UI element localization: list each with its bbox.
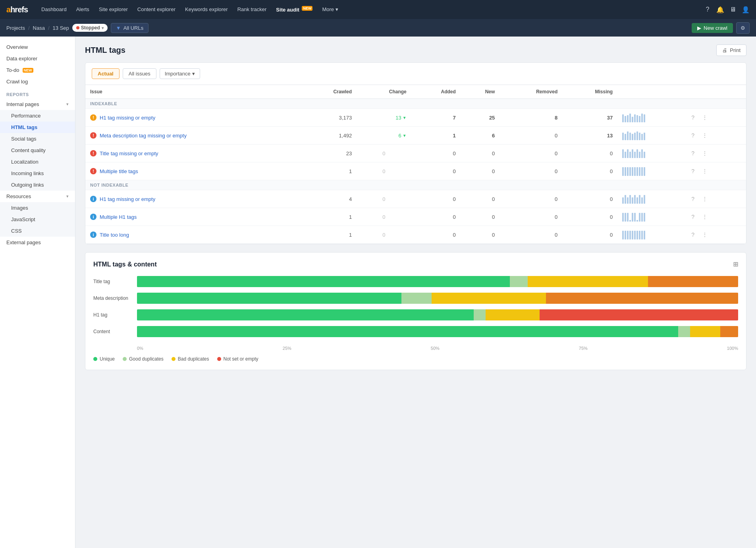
table-row: ! Multiple title tags 1 0 0 0 0 0 ? ⋮	[85, 162, 746, 180]
sidebar-item-outgoing-links[interactable]: Outgoing links	[0, 179, 75, 191]
more-icon[interactable]: ⋮	[700, 194, 710, 204]
help-icon[interactable]: ?	[688, 166, 698, 176]
sidebar-item-performance[interactable]: Performance	[0, 110, 75, 122]
mini-bar	[632, 167, 633, 176]
nav-site-explorer[interactable]: Site explorer	[95, 4, 132, 15]
breadcrumb-projects[interactable]: Projects	[6, 25, 25, 31]
mini-bar	[627, 231, 629, 239]
mini-bar	[634, 133, 636, 140]
help-icon[interactable]: ?	[688, 113, 698, 122]
nav-alerts[interactable]: Alerts	[72, 4, 93, 15]
mini-bar	[636, 115, 638, 122]
help-icon[interactable]: ?	[688, 230, 698, 239]
sidebar-item-label: Performance	[11, 113, 40, 119]
chevron-icon: ▾	[66, 102, 69, 107]
importance-dropdown[interactable]: Importance ▾	[160, 68, 200, 79]
bar-segment	[546, 293, 738, 304]
new-crawl-button[interactable]: ▶ New crawl	[692, 23, 733, 33]
nav-site-audit[interactable]: Site audit NEW	[272, 4, 316, 15]
help-icon[interactable]: ?	[688, 149, 698, 158]
new-crawl-label: New crawl	[704, 25, 727, 31]
sidebar-item-resources[interactable]: Resources ▾	[0, 191, 75, 202]
settings-button[interactable]: ⚙	[736, 22, 750, 34]
more-icon[interactable]: ⋮	[700, 230, 710, 239]
sidebar-item-localization[interactable]: Localization	[0, 156, 75, 168]
status-badge[interactable]: Stopped ▾	[72, 24, 108, 32]
sidebar-item-social-tags[interactable]: Social tags	[0, 133, 75, 145]
nav-content-explorer[interactable]: Content explorer	[133, 4, 179, 15]
page-title: HTML tags	[85, 46, 125, 55]
x-axis-label: 25%	[283, 346, 291, 351]
sidebar-item-todo[interactable]: To-do NEW	[0, 64, 75, 76]
crawled-value: 1	[300, 162, 357, 180]
help-icon[interactable]: ?	[704, 6, 712, 14]
nav-more[interactable]: More ▾	[318, 4, 342, 15]
nav-dashboard[interactable]: Dashboard	[37, 4, 71, 15]
sidebar-item-data-explorer[interactable]: Data explorer	[0, 53, 75, 64]
help-icon[interactable]: ?	[688, 131, 698, 140]
chart-bar-row: Content	[93, 326, 738, 337]
sidebar-item-overview[interactable]: Overview	[0, 41, 75, 53]
more-icon[interactable]: ⋮	[700, 149, 710, 158]
monitor-icon[interactable]: 🖥	[729, 6, 737, 14]
filter-button[interactable]: ▼ All URLs	[111, 23, 148, 33]
issue-label[interactable]: Title tag missing or empty	[100, 151, 158, 156]
change-value: 0	[357, 208, 411, 226]
sidebar-item-content-quality[interactable]: Content quality	[0, 145, 75, 156]
issue-cell: ! Meta description tag missing or empty	[90, 132, 295, 139]
more-icon[interactable]: ⋮	[700, 166, 710, 176]
removed-value: 0	[499, 190, 562, 208]
print-button[interactable]: 🖨 Print	[716, 44, 746, 56]
more-icon[interactable]: ⋮	[700, 212, 710, 222]
down-arrow-icon: ▼	[403, 116, 407, 120]
notifications-icon[interactable]: 🔔	[716, 6, 724, 14]
issue-label[interactable]: H1 tag missing or empty	[100, 196, 155, 202]
col-actions	[683, 85, 746, 99]
issue-label[interactable]: Multiple H1 tags	[100, 214, 137, 220]
breadcrumb-date[interactable]: 13 Sep	[53, 25, 69, 31]
mini-bar	[629, 133, 631, 140]
sidebar-item-label: Content quality	[11, 147, 46, 153]
mini-bar	[639, 152, 640, 158]
legend-dot	[123, 357, 127, 361]
issue-label[interactable]: H1 tag missing or empty	[100, 115, 155, 121]
logo[interactable]: ahrefs	[6, 5, 28, 14]
removed-value: 0	[499, 226, 562, 244]
issue-cell: i Title too long	[90, 232, 295, 238]
reports-section-label: REPORTS	[0, 87, 75, 98]
sidebar-item-label: CSS	[11, 228, 22, 234]
table-section-header: NOT INDEXABLE	[85, 180, 746, 190]
sidebar-item-crawl-log[interactable]: Crawl log	[0, 76, 75, 87]
mini-bar	[639, 133, 640, 140]
sidebar-item-css[interactable]: CSS	[0, 225, 75, 237]
nav-rank-tracker[interactable]: Rank tracker	[233, 4, 271, 15]
user-icon[interactable]: 👤	[742, 6, 750, 14]
mini-bar	[622, 197, 624, 204]
issue-label[interactable]: Multiple title tags	[100, 168, 138, 174]
sidebar-item-images[interactable]: Images	[0, 202, 75, 214]
tab-actual[interactable]: Actual	[92, 68, 120, 79]
issue-label[interactable]: Meta description tag missing or empty	[100, 133, 187, 139]
importance-label: Importance	[165, 71, 191, 77]
help-icon[interactable]: ?	[688, 212, 698, 222]
more-icon[interactable]: ⋮	[700, 113, 710, 122]
chart-settings-icon[interactable]: ⊞	[733, 260, 738, 268]
layout: Overview Data explorer To-do NEW Crawl l…	[0, 37, 756, 548]
issue-label[interactable]: Title too long	[100, 232, 129, 238]
x-axis-label: 75%	[579, 346, 588, 351]
mini-bar	[632, 231, 633, 239]
sidebar-item-incoming-links[interactable]: Incoming links	[0, 168, 75, 179]
added-value: 0	[411, 208, 461, 226]
help-icon[interactable]: ?	[688, 194, 698, 204]
row-actions: ? ⋮	[688, 166, 741, 176]
tab-all-issues[interactable]: All issues	[123, 68, 156, 79]
breadcrumb-nasa[interactable]: Nasa	[33, 25, 45, 31]
sidebar-item-javascript[interactable]: JavaScript	[0, 214, 75, 225]
card-header: Actual All issues Importance ▾	[85, 63, 746, 85]
sidebar-item-internal-pages[interactable]: Internal pages ▾	[0, 98, 75, 110]
nav-keywords-explorer[interactable]: Keywords explorer	[181, 4, 232, 15]
sidebar-item-external-pages[interactable]: External pages	[0, 237, 75, 248]
mini-bar	[639, 231, 640, 239]
more-icon[interactable]: ⋮	[700, 131, 710, 140]
sidebar-item-html-tags[interactable]: HTML tags	[0, 122, 75, 133]
